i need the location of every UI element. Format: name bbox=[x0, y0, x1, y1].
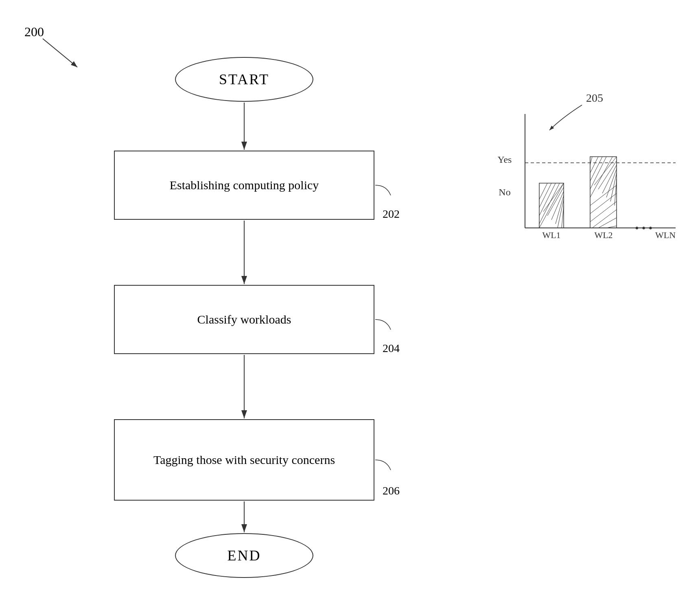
svg-line-38 bbox=[592, 210, 617, 228]
step202-label: 202 bbox=[383, 208, 400, 221]
svg-line-40 bbox=[606, 226, 617, 228]
step202-text: Establishing computing policy bbox=[170, 178, 319, 192]
svg-line-30 bbox=[615, 179, 617, 206]
svg-line-28 bbox=[606, 169, 617, 197]
chart-205-label: 205 bbox=[586, 92, 603, 104]
chart-yes-label: Yes bbox=[498, 154, 512, 165]
diagram-container: 200 START Establishing computing policy … bbox=[0, 0, 700, 606]
svg-line-11 bbox=[539, 183, 551, 208]
svg-line-19 bbox=[562, 206, 564, 228]
svg-line-14 bbox=[551, 191, 564, 220]
chart-dots: • • • bbox=[635, 222, 652, 234]
step204-label: 204 bbox=[383, 342, 400, 355]
svg-line-24 bbox=[590, 157, 602, 181]
svg-line-22 bbox=[539, 183, 564, 228]
chart-no-label: No bbox=[499, 187, 510, 197]
svg-line-31 bbox=[590, 157, 598, 173]
svg-line-27 bbox=[602, 165, 617, 193]
step206-label: 206 bbox=[383, 484, 400, 497]
chart-wl1-label: WL1 bbox=[542, 230, 560, 240]
box-206: Tagging those with security concerns bbox=[114, 419, 374, 501]
svg-line-39 bbox=[598, 218, 617, 228]
svg-line-32 bbox=[590, 157, 592, 165]
start-ellipse: START bbox=[175, 57, 313, 102]
start-label: START bbox=[219, 71, 269, 88]
end-ellipse: END bbox=[175, 533, 313, 578]
step206-text: Tagging those with security concerns bbox=[153, 453, 335, 467]
svg-line-25 bbox=[594, 157, 617, 185]
svg-line-18 bbox=[558, 199, 564, 228]
box-204: Classify workloads bbox=[114, 285, 374, 354]
box-202: Establishing computing policy bbox=[114, 151, 374, 220]
svg-line-2 bbox=[43, 39, 77, 67]
svg-line-12 bbox=[543, 183, 564, 212]
svg-line-13 bbox=[547, 187, 564, 216]
svg-line-34 bbox=[590, 157, 612, 197]
chart-wl2-label: WL2 bbox=[594, 230, 612, 240]
svg-line-33 bbox=[590, 157, 606, 189]
end-label: END bbox=[228, 547, 261, 564]
svg-line-16 bbox=[539, 183, 547, 199]
svg-line-35 bbox=[590, 185, 617, 206]
svg-line-21 bbox=[539, 183, 560, 224]
chart-wln-label: WLN bbox=[655, 230, 676, 240]
figure-label: 200 bbox=[24, 24, 44, 39]
svg-rect-23 bbox=[590, 157, 617, 228]
svg-line-36 bbox=[590, 193, 617, 214]
step204-text: Classify workloads bbox=[197, 313, 291, 326]
svg-line-29 bbox=[610, 173, 617, 201]
svg-line-37 bbox=[590, 201, 617, 222]
svg-line-15 bbox=[556, 195, 564, 224]
svg-line-26 bbox=[598, 161, 617, 189]
svg-rect-10 bbox=[539, 183, 564, 228]
svg-line-20 bbox=[539, 183, 556, 216]
